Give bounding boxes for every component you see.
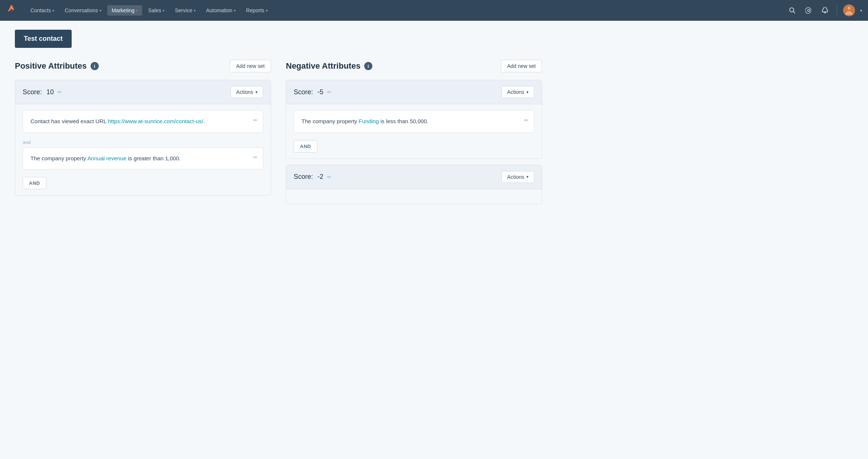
page-title-button[interactable]: Test contact xyxy=(15,30,72,48)
negative-score-label-2: Score: -2 ✏ xyxy=(294,173,332,181)
navbar-divider xyxy=(837,5,837,16)
user-menu-chevron[interactable]: ▾ xyxy=(860,9,862,13)
actions-dropdown-arrow: ▾ xyxy=(255,90,258,95)
positive-actions-button-1[interactable]: Actions ▾ xyxy=(231,86,263,98)
nav-reports[interactable]: Reports ▾ xyxy=(242,5,272,16)
search-icon[interactable] xyxy=(786,4,798,16)
chevron-down-icon: ▾ xyxy=(163,9,164,13)
positive-rule-1-edit-icon[interactable]: ✏ xyxy=(253,117,258,123)
chevron-down-icon: ▾ xyxy=(194,9,196,13)
settings-icon[interactable] xyxy=(803,4,815,16)
negative-rule-1-edit-icon[interactable]: ✏ xyxy=(524,117,529,123)
negative-info-icon[interactable]: i xyxy=(364,62,372,70)
negative-score-card-1: Score: -5 ✏ Actions ▾ The company proper… xyxy=(286,80,542,159)
chevron-down-icon: ▾ xyxy=(99,9,101,13)
positive-and-button-1[interactable]: AND xyxy=(23,177,46,189)
positive-rule-item-1: Contact has viewed exact URL https://www… xyxy=(23,110,263,133)
nav-automation[interactable]: Automation ▾ xyxy=(202,5,240,16)
positive-section-title: Positive Attributes xyxy=(15,61,87,71)
positive-add-new-set-button[interactable]: Add new set xyxy=(230,60,271,72)
avatar[interactable] xyxy=(843,4,855,16)
negative-section-header: Negative Attributes i Add new set xyxy=(286,60,542,72)
nav-conversations[interactable]: Conversations ▾ xyxy=(60,5,106,16)
positive-rule-item-2: The company property Annual revenue is g… xyxy=(23,147,263,170)
nav-contacts[interactable]: Contacts ▾ xyxy=(26,5,59,16)
negative-rule-text-1: The company property Funding is less tha… xyxy=(301,117,526,126)
negative-rule-body-2 xyxy=(286,189,542,204)
positive-rule-2-edit-icon[interactable]: ✏ xyxy=(253,154,258,160)
positive-score-card-1: Score: 10 ✏ Actions ▾ Contact has viewed… xyxy=(15,80,271,196)
negative-score-label-1: Score: -5 ✏ xyxy=(294,88,332,96)
chevron-down-icon: ▾ xyxy=(266,9,268,13)
positive-attributes-column: Positive Attributes i Add new set Score:… xyxy=(15,60,271,210)
positive-rule-annual-revenue-highlight: Annual revenue xyxy=(87,155,126,161)
chevron-down-icon: ▾ xyxy=(52,9,54,13)
negative-section-title: Negative Attributes xyxy=(286,61,360,71)
navbar-right-actions: ▾ xyxy=(786,4,862,16)
actions-dropdown-arrow-neg2: ▾ xyxy=(526,174,529,179)
main-content: Test contact Positive Attributes i Add n… xyxy=(0,21,557,219)
negative-rule-item-1: The company property Funding is less tha… xyxy=(294,110,534,133)
chevron-down-icon: ▾ xyxy=(234,9,236,13)
positive-rule-text-1: Contact has viewed exact URL https://www… xyxy=(30,117,255,126)
nav-menu: Contacts ▾ Conversations ▾ Marketing ▾ S… xyxy=(26,5,786,16)
negative-add-new-set-button[interactable]: Add new set xyxy=(501,60,542,72)
positive-score-edit-icon-1[interactable]: ✏ xyxy=(58,89,62,95)
positive-connector-and: and xyxy=(23,137,263,147)
negative-score-header-1: Score: -5 ✏ Actions ▾ xyxy=(286,80,542,104)
negative-rule-funding-highlight: Funding xyxy=(359,118,379,124)
negative-actions-button-2[interactable]: Actions ▾ xyxy=(502,171,534,183)
negative-attributes-column: Negative Attributes i Add new set Score:… xyxy=(286,60,542,210)
nav-sales[interactable]: Sales ▾ xyxy=(144,5,169,16)
negative-score-edit-icon-1[interactable]: ✏ xyxy=(327,89,332,95)
nav-service[interactable]: Service ▾ xyxy=(170,5,200,16)
negative-actions-button-1[interactable]: Actions ▾ xyxy=(502,86,534,98)
positive-title-wrap: Positive Attributes i xyxy=(15,61,99,71)
positive-rule-body-1: Contact has viewed exact URL https://www… xyxy=(15,104,271,195)
positive-section-header: Positive Attributes i Add new set xyxy=(15,60,271,72)
positive-score-header-1: Score: 10 ✏ Actions ▾ xyxy=(15,80,271,104)
negative-and-button-1[interactable]: AND xyxy=(294,140,317,153)
attributes-columns: Positive Attributes i Add new set Score:… xyxy=(15,60,542,210)
negative-score-edit-icon-2[interactable]: ✏ xyxy=(327,174,332,180)
negative-score-header-2: Score: -2 ✏ Actions ▾ xyxy=(286,165,542,189)
negative-score-card-2: Score: -2 ✏ Actions ▾ xyxy=(286,165,542,204)
notifications-icon[interactable] xyxy=(819,4,831,16)
chevron-down-icon: ▾ xyxy=(136,9,138,13)
positive-info-icon[interactable]: i xyxy=(91,62,99,70)
actions-dropdown-arrow-neg1: ▾ xyxy=(526,90,529,95)
negative-title-wrap: Negative Attributes i xyxy=(286,61,372,71)
hubspot-logo[interactable] xyxy=(6,4,17,17)
positive-rule-url-highlight: https://www.at-sunrice.com/contact-us/ xyxy=(108,118,203,124)
navbar: Contacts ▾ Conversations ▾ Marketing ▾ S… xyxy=(0,0,868,21)
positive-score-label-1: Score: 10 ✏ xyxy=(23,88,62,96)
nav-marketing[interactable]: Marketing ▾ xyxy=(107,5,142,16)
negative-rule-body-1: The company property Funding is less tha… xyxy=(286,104,542,158)
positive-rule-text-2: The company property Annual revenue is g… xyxy=(30,154,255,163)
